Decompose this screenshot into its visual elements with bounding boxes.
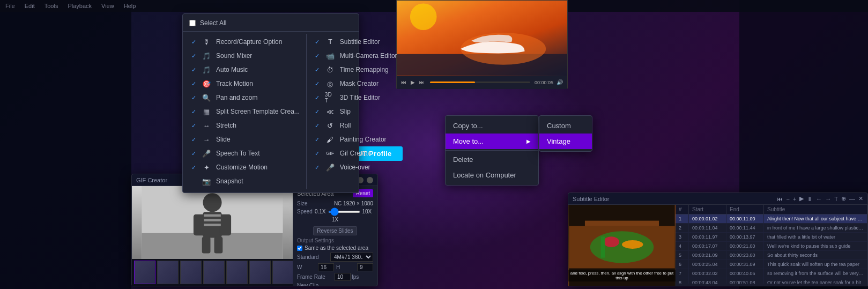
- gif-speed-current: 1X: [332, 217, 338, 223]
- ctx-move-to-label: Move to...: [453, 137, 484, 145]
- ctx-locate[interactable]: Locate on Computer: [446, 167, 538, 183]
- menubar-playback[interactable]: Playback: [68, 3, 92, 9]
- submenu-vintage[interactable]: Vintage: [539, 134, 592, 149]
- menu-item-slide[interactable]: ✓ → Slide: [183, 132, 306, 146]
- menu-item-stt[interactable]: ✓ 🎤 Speech To Text: [183, 146, 306, 160]
- gif-speed-max: 10X: [362, 209, 372, 214]
- menu-item-record[interactable]: ✓ 🎙 Record/Capture Option: [183, 35, 306, 49]
- subtitle-row-5[interactable]: 5 00:00:21.09 00:00:23.00 So about thirt…: [676, 251, 867, 260]
- menu-item-sound[interactable]: ✓ 🎵 Sound Mixer: [183, 49, 306, 63]
- sub-icon-add[interactable]: ⊕: [841, 195, 846, 202]
- menubar-view[interactable]: View: [101, 3, 114, 9]
- subtitle-row-8[interactable]: 8 00:00:43.04 00:00:51.08 Or not you've …: [676, 278, 867, 284]
- filmstrip-frame-7[interactable]: [272, 261, 293, 284]
- vc-play-btn[interactable]: ▶: [410, 79, 416, 86]
- sub-icon-pause[interactable]: ⏸: [807, 196, 813, 202]
- svg-rect-9: [202, 237, 211, 254]
- menu-item-slip[interactable]: ✓ ≪ Slip: [307, 105, 404, 118]
- svg-rect-12: [204, 219, 221, 221]
- submenu-custom[interactable]: Custom: [539, 118, 592, 134]
- person-silhouette: [132, 186, 293, 259]
- ctx-delete[interactable]: Delete: [446, 152, 538, 167]
- check-icon-customizemotion: ✓: [189, 163, 198, 172]
- sub-icon-play[interactable]: ▶: [799, 195, 804, 202]
- sub-icon-back[interactable]: ←: [816, 196, 822, 202]
- gif-framerate-input[interactable]: [335, 273, 351, 281]
- menubar-help[interactable]: Help: [124, 3, 136, 9]
- label-record: Record/Capture Option: [216, 38, 300, 46]
- vc-volume-btn[interactable]: 🔊: [555, 79, 564, 86]
- filmstrip-frame-3[interactable]: [180, 261, 202, 284]
- sub-icon-close[interactable]: ✕: [858, 195, 863, 202]
- subtitle-row-1[interactable]: 1 00:00:01.02 00:00:11.00 Alright then! …: [676, 214, 867, 224]
- gif-duration-row: New Clip Duration 00:00:01/8: [297, 283, 373, 286]
- sub-icon-playfirst[interactable]: ⏮: [777, 196, 783, 202]
- menu-item-splitscreen[interactable]: ✓ ▦ Split Screen Template Crea...: [183, 105, 306, 118]
- subtitle-row-6[interactable]: 6 00:00:25.04 00:00:31.09 This quick soa…: [676, 260, 867, 269]
- menu-item-customizemotion[interactable]: ✓ ✦ Customize Motion: [183, 160, 306, 174]
- sub-td-end-3: 00:00:13.97: [726, 233, 764, 241]
- sub-td-end-2: 00:00:11.44: [726, 224, 764, 232]
- filmstrip-frame-5[interactable]: [226, 261, 248, 284]
- gif-same-as-checkbox[interactable]: [297, 246, 302, 251]
- sub-td-start-8: 00:00:43.04: [689, 278, 726, 284]
- menubar-tools[interactable]: Tools: [44, 3, 58, 9]
- menu-item-panzoom[interactable]: ✓ 🔍 Pan and zoom: [183, 91, 306, 105]
- label-multicam: Multi-Camera Editor: [340, 52, 397, 60]
- gif-h-input[interactable]: [357, 263, 373, 271]
- select-all-checkbox[interactable]: [189, 20, 196, 26]
- subtitle-row-7[interactable]: 7 00:00:32.02 00:00:40.05 so removing it…: [676, 269, 867, 278]
- filmstrip-frame-4[interactable]: [203, 261, 225, 284]
- ctx-move-to[interactable]: Move to... ▶: [446, 134, 538, 149]
- filmstrip-frame-2[interactable]: [157, 261, 179, 284]
- gif-standard-row: Standard 4M#71 360...: [297, 253, 373, 262]
- subtitle-row-4[interactable]: 4 00:00:17.07 00:00:21.00 Well we're kin…: [676, 242, 867, 251]
- sub-td-end-6: 00:00:31.09: [726, 260, 764, 269]
- submenu-flyout: Custom Vintage: [539, 115, 592, 152]
- sub-icon-minus[interactable]: −: [786, 196, 789, 202]
- label-stretch: Stretch: [216, 122, 300, 129]
- menu-item-automusic[interactable]: ✓ 🎵 Auto Music: [183, 63, 306, 77]
- vc-forward-btn[interactable]: ⏭: [418, 79, 426, 86]
- subtitle-table-body: 1 00:00:01.02 00:00:11.00 Alright then! …: [676, 214, 867, 284]
- select-all-row[interactable]: Select All: [183, 17, 359, 29]
- menu-item-3dtitle[interactable]: ✓ 3D T 3D Title Editor: [307, 91, 404, 105]
- sub-icon-forward[interactable]: →: [825, 196, 831, 202]
- gif-w-input[interactable]: [318, 263, 334, 271]
- menu-item-roll[interactable]: ✓ ↺ Roll: [307, 118, 404, 132]
- ctx-move-to-arrow: ▶: [526, 138, 531, 144]
- ctx-delete-label: Delete: [453, 155, 473, 164]
- sub-col-subtitle: Subtitle: [764, 205, 867, 214]
- sub-td-end-7: 00:00:40.05: [726, 269, 764, 278]
- menu-item-multicam[interactable]: ✓ 📹 Multi-Camera Editor: [307, 49, 404, 63]
- menu-item-snapshot[interactable]: ✓ 📷 Snapshot: [183, 174, 306, 188]
- menu-item-timeremap[interactable]: ✓ ⏱ Time Remapping: [307, 63, 404, 77]
- menubar-edit[interactable]: Edit: [25, 3, 35, 9]
- subtitle-editor-title: Subtitle Editor: [573, 196, 609, 202]
- menu-item-mask[interactable]: ✓ ◎ Mask Creator: [307, 77, 404, 91]
- gif-output-section: Output Settings Same as the selected are…: [297, 238, 373, 286]
- gif-framerate-row: Frame Rate fps: [297, 273, 373, 281]
- filmstrip-frame-6[interactable]: [249, 261, 271, 284]
- menu-item-gifcreator[interactable]: ✓ GIF Gif Creator: [307, 146, 404, 160]
- ctx-copy-to[interactable]: Copy to...: [446, 118, 538, 134]
- sub-icon-text[interactable]: T: [834, 196, 838, 202]
- filmstrip-frame-1[interactable]: [134, 261, 155, 284]
- menubar-file[interactable]: File: [5, 3, 15, 9]
- check-icon-stt: ✓: [189, 149, 198, 158]
- sub-td-start-7: 00:00:32.02: [689, 269, 726, 278]
- vc-timeline[interactable]: [430, 81, 530, 83]
- gif-standard-select[interactable]: 4M#71 360...: [330, 253, 373, 262]
- menu-item-subtitle[interactable]: ✓ T Subtitle Editor: [307, 35, 404, 49]
- sub-icon-plus[interactable]: +: [793, 196, 796, 202]
- person-svg: [132, 186, 293, 259]
- subtitle-row-2[interactable]: 2 00:00:11.04 00:00:11.44 in front of me…: [676, 224, 867, 233]
- sub-icon-minimize[interactable]: —: [849, 196, 855, 202]
- menu-item-stretch[interactable]: ✓ ↔ Stretch: [183, 118, 306, 132]
- subtitle-row-3[interactable]: 3 00:00:11.97 00:00:13.97 that filled wi…: [676, 233, 867, 242]
- gif-reverse-btn[interactable]: Reverse Slides: [313, 226, 357, 235]
- gif-speed-slider[interactable]: [328, 211, 360, 213]
- menu-item-painting[interactable]: ✓ 🖌 Painting Creator: [307, 132, 404, 146]
- menu-item-voiceover[interactable]: ✓ 🎤 Voice-over: [307, 160, 404, 174]
- menu-item-trackmotion[interactable]: ✓ 🎯 Track Motion: [183, 77, 306, 91]
